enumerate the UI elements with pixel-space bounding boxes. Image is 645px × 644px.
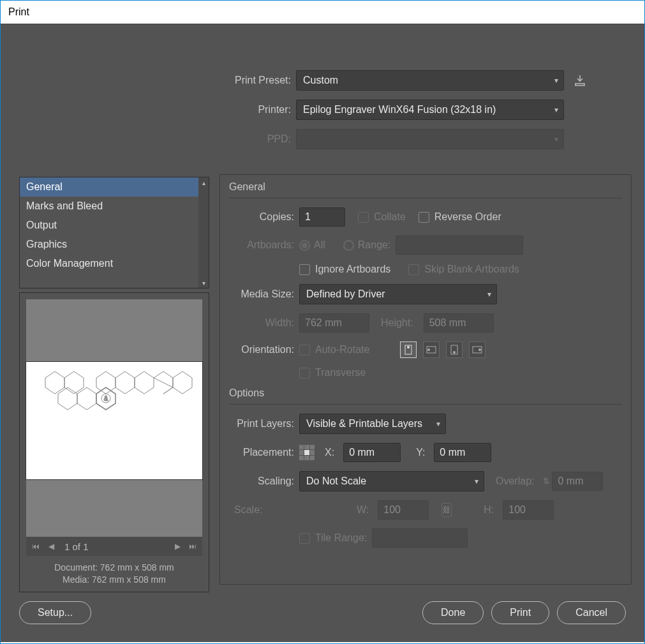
media-dimensions: Media: 762 mm x 508 mm bbox=[26, 574, 202, 587]
preview-meta: Document: 762 mm x 508 mm Media: 762 mm … bbox=[26, 562, 202, 587]
overlap-label: Overlap: bbox=[496, 476, 539, 487]
save-preset-icon[interactable] bbox=[572, 72, 588, 89]
right-settings-panel: General Copies: Collate Reverse Order Ar… bbox=[219, 174, 632, 585]
sidebar-item-general[interactable]: General bbox=[20, 177, 198, 197]
print-layers-value: Visible & Printable Layers bbox=[306, 418, 422, 430]
ppd-select: ▾ bbox=[296, 129, 564, 149]
cancel-button-label: Cancel bbox=[575, 607, 607, 618]
sidebar-item-marks-bleed[interactable]: Marks and Bleed bbox=[20, 197, 198, 216]
sidebar-item-label: Output bbox=[26, 220, 57, 230]
preset-label: Print Preset: bbox=[219, 75, 296, 86]
link-icon: ⛓ bbox=[441, 503, 452, 517]
collate-label: Collate bbox=[374, 211, 406, 223]
transverse-label: Transverse bbox=[315, 367, 366, 378]
scaling-select[interactable]: Do Not Scale ▾ bbox=[299, 471, 484, 491]
sidebar-item-color-management[interactable]: Color Management bbox=[20, 254, 198, 273]
x-label: X: bbox=[325, 447, 339, 458]
artboards-all-radio bbox=[299, 240, 310, 251]
svg-marker-0 bbox=[45, 371, 64, 394]
orientation-portrait-up-icon[interactable] bbox=[400, 341, 417, 358]
divider bbox=[229, 404, 622, 405]
sidebar-item-output[interactable]: Output bbox=[20, 216, 198, 235]
placement-x-input[interactable] bbox=[343, 443, 401, 462]
print-layers-select[interactable]: Visible & Printable Layers ▾ bbox=[299, 414, 446, 434]
svg-marker-2 bbox=[96, 371, 115, 394]
done-button-label: Done bbox=[441, 607, 465, 618]
print-button[interactable]: Print bbox=[491, 601, 549, 624]
preview-page: & bbox=[26, 361, 203, 480]
skip-blank-checkbox bbox=[408, 264, 419, 275]
chevron-down-icon: ▾ bbox=[487, 290, 491, 299]
preview-artwork-icon: & bbox=[26, 362, 204, 481]
orientation-landscape-left-icon[interactable] bbox=[423, 341, 440, 358]
transverse-checkbox bbox=[299, 368, 310, 378]
scale-label: Scale: bbox=[229, 504, 267, 516]
auto-rotate-checkbox bbox=[299, 345, 310, 356]
chevron-down-icon: ▾ bbox=[554, 76, 558, 85]
sidebar-item-graphics[interactable]: Graphics bbox=[20, 235, 198, 254]
media-size-label: Media Size: bbox=[229, 288, 299, 300]
svg-marker-3 bbox=[115, 371, 135, 394]
scroll-down-icon[interactable]: ▾ bbox=[198, 278, 209, 288]
tile-range-checkbox bbox=[299, 533, 310, 544]
reverse-order-checkbox[interactable] bbox=[419, 212, 429, 223]
pager-prev-icon[interactable]: ◀ bbox=[45, 542, 57, 551]
print-button-label: Print bbox=[510, 607, 531, 618]
svg-point-15 bbox=[427, 348, 430, 351]
top-settings: Print Preset: Custom ▾ Printer: Epilog E… bbox=[219, 70, 632, 158]
dialog-body: Print Preset: Custom ▾ Printer: Epilog E… bbox=[1, 24, 644, 642]
pager-last-icon[interactable]: ⏭ bbox=[187, 542, 198, 551]
doc-dimensions: Document: 762 mm x 508 mm bbox=[26, 562, 202, 574]
svg-point-17 bbox=[453, 351, 456, 354]
printer-value: Epilog Engraver WinX64 Fusion (32x18 in) bbox=[303, 104, 496, 116]
sidebar-item-label: Color Management bbox=[26, 258, 113, 269]
auto-rotate-label: Auto-Rotate bbox=[315, 344, 369, 356]
sidebar-item-label: General bbox=[26, 181, 63, 192]
scroll-up-icon[interactable]: ▴ bbox=[198, 177, 209, 188]
sidebar-categories: General Marks and Bleed Output Graphics … bbox=[19, 177, 209, 288]
preview-panel: & ⏮ ◀ 1 of 1 ▶ ⏭ Document: 762 mm x 508 … bbox=[19, 292, 209, 592]
placement-grid-icon[interactable] bbox=[299, 445, 315, 460]
media-size-select[interactable]: Defined by Driver ▾ bbox=[299, 284, 497, 304]
preview-pager: ⏮ ◀ 1 of 1 ▶ ⏭ bbox=[26, 537, 202, 556]
ignore-artboards-checkbox[interactable] bbox=[299, 264, 310, 275]
cancel-button[interactable]: Cancel bbox=[557, 601, 626, 624]
sidebar-item-label: Marks and Bleed bbox=[26, 200, 103, 211]
copies-input[interactable] bbox=[299, 207, 345, 227]
svg-point-13 bbox=[407, 346, 410, 348]
chevron-down-icon: ▾ bbox=[554, 135, 558, 144]
preset-value: Custom bbox=[303, 75, 338, 86]
scale-h-label: H: bbox=[484, 504, 499, 516]
print-layers-label: Print Layers: bbox=[229, 418, 299, 430]
window-title: Print bbox=[8, 6, 29, 17]
pager-first-icon[interactable]: ⏮ bbox=[30, 542, 41, 551]
pager-next-icon[interactable]: ▶ bbox=[172, 542, 183, 551]
preset-select[interactable]: Custom ▾ bbox=[296, 70, 564, 91]
scaling-label: Scaling: bbox=[229, 476, 299, 487]
orientation-portrait-down-icon[interactable] bbox=[446, 341, 463, 358]
collate-checkbox bbox=[358, 212, 369, 223]
copies-label: Copies: bbox=[229, 211, 299, 223]
scale-w-label: W: bbox=[357, 504, 374, 516]
ignore-artboards-label: Ignore Artboards bbox=[315, 264, 390, 275]
setup-button[interactable]: Setup... bbox=[19, 601, 91, 624]
height-input bbox=[424, 313, 494, 333]
placement-y-input[interactable] bbox=[434, 443, 491, 462]
artboards-label: Artboards: bbox=[229, 239, 299, 251]
skip-blank-label: Skip Blank Artboards bbox=[424, 264, 519, 275]
section-options-title: Options bbox=[229, 387, 622, 399]
tile-range-label: Tile Range: bbox=[315, 532, 367, 544]
sidebar-scrollbar[interactable]: ▴ ▾ bbox=[198, 177, 209, 288]
preview-canvas: & bbox=[26, 299, 202, 542]
svg-point-19 bbox=[478, 348, 481, 351]
orientation-buttons bbox=[400, 341, 488, 358]
width-input bbox=[299, 313, 369, 333]
reverse-order-label: Reverse Order bbox=[434, 211, 501, 223]
options-section: Options Print Layers: Visible & Printabl… bbox=[229, 387, 622, 548]
setup-button-label: Setup... bbox=[38, 607, 73, 618]
done-button[interactable]: Done bbox=[422, 601, 484, 624]
orientation-landscape-right-icon[interactable] bbox=[469, 341, 486, 358]
media-size-value: Defined by Driver bbox=[306, 288, 385, 300]
printer-select[interactable]: Epilog Engraver WinX64 Fusion (32x18 in)… bbox=[296, 100, 564, 120]
svg-text:&: & bbox=[104, 395, 108, 402]
